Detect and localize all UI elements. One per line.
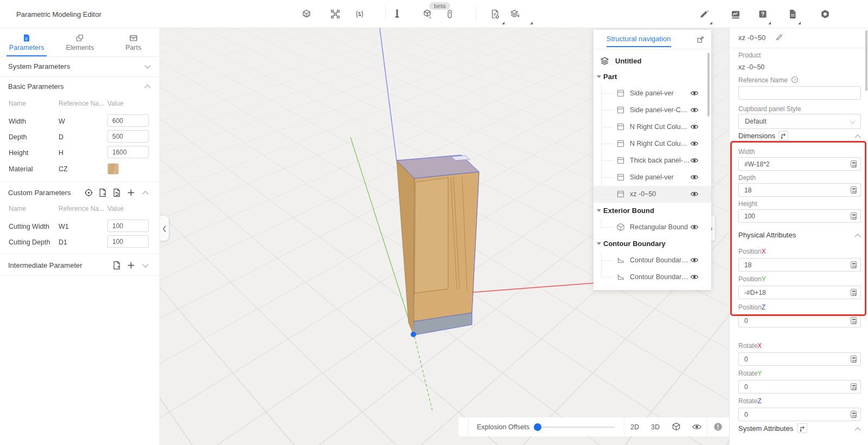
width-value-input[interactable] [107, 114, 149, 127]
column-tool-icon[interactable] [389, 6, 405, 22]
explosion-slider-handle[interactable] [534, 423, 541, 431]
rename-pencil-icon[interactable] [775, 33, 783, 41]
top-bar: Parametric Modeling Editor beta [0, 0, 868, 28]
mode-2d-button[interactable]: 2D [624, 417, 645, 436]
add-parameter-icon[interactable] [126, 261, 136, 270]
formula-calculator-icon[interactable] [851, 411, 857, 418]
visibility-eye-icon[interactable] [690, 89, 699, 98]
visibility-eye-icon[interactable] [690, 223, 699, 231]
rotate-y-input[interactable] [739, 380, 847, 393]
tree-item[interactable]: N Right Cut Column Top... [593, 119, 711, 136]
mode-3d-button[interactable]: 3D [645, 417, 666, 436]
visibility-eye-icon[interactable] [686, 417, 707, 436]
position-y-input[interactable] [739, 286, 847, 299]
height-value-input[interactable] [107, 146, 149, 158]
rotate-z-input[interactable] [739, 408, 847, 421]
position-x-input[interactable] [739, 259, 847, 271]
tree-item[interactable]: Thick back panel-18mm [593, 152, 711, 169]
layers-material-icon[interactable] [507, 6, 523, 22]
formula-calculator-icon[interactable] [851, 289, 857, 296]
linked-path-icon[interactable] [797, 423, 807, 433]
monitor-chart-icon[interactable] [727, 6, 744, 22]
collapse-left-panel-handle[interactable]: ❮ [160, 216, 169, 241]
settings-nut-icon[interactable] [817, 6, 833, 22]
scrollbar-thumb[interactable] [865, 30, 867, 91]
expand-panel-icon[interactable] [697, 36, 704, 43]
dim-width-input[interactable] [739, 158, 847, 170]
tree-root-row[interactable]: Untitled [593, 53, 711, 69]
visibility-eye-icon[interactable] [690, 190, 699, 198]
cube-view-icon[interactable] [666, 417, 686, 436]
tree-item[interactable]: Side panel-ver-Copy [593, 102, 711, 119]
intermediate-parameter-header[interactable]: Intermediate Parameter [0, 256, 160, 275]
param-ref: W1 [59, 223, 69, 230]
sync-parameter-icon[interactable] [112, 188, 122, 197]
formula-calculator-icon[interactable] [851, 317, 857, 324]
import-parameter-icon[interactable] [98, 188, 107, 197]
chevron-up-icon[interactable] [854, 234, 860, 240]
tree-item[interactable]: N Right Cut Column Top... [593, 136, 711, 152]
cutting-width-input[interactable] [107, 220, 149, 232]
document-icon[interactable] [784, 6, 801, 22]
basic-parameters-header[interactable]: Basic Parameters [0, 77, 160, 96]
visibility-eye-icon[interactable] [690, 106, 699, 114]
formula-calculator-icon[interactable] [851, 383, 857, 390]
reference-name-input[interactable] [739, 87, 858, 99]
tree-item[interactable]: Rectangular Bound [593, 219, 711, 236]
tab-parts[interactable]: Parts [107, 28, 160, 56]
tab-elements[interactable]: Elements [53, 28, 106, 56]
formula-calculator-icon[interactable] [851, 160, 857, 167]
structural-navigation-title[interactable]: Structural navigation [607, 35, 671, 47]
tree-item[interactable]: Contour Boundary-1 [593, 252, 711, 269]
cutting-depth-input[interactable] [107, 235, 149, 248]
rotate-x-input[interactable] [739, 353, 847, 365]
import-parameter-icon[interactable] [112, 261, 122, 270]
linked-path-icon[interactable] [778, 131, 788, 140]
formula-calculator-icon[interactable] [851, 261, 857, 268]
add-parameter-icon[interactable] [126, 188, 136, 197]
formula-calculator-icon[interactable] [851, 356, 857, 363]
tab-parts-label: Parts [125, 44, 141, 51]
param-ref: H [59, 149, 63, 157]
visibility-eye-icon[interactable] [690, 256, 699, 265]
visibility-eye-icon[interactable] [690, 273, 699, 281]
tree-group-exterior-bound[interactable]: Exterior Bound [593, 203, 711, 219]
help-icon[interactable] [755, 6, 771, 22]
scrollbar-thumb[interactable] [707, 53, 710, 117]
visibility-eye-icon[interactable] [690, 122, 699, 131]
chevron-up-icon[interactable] [854, 134, 860, 140]
tree-item-selected[interactable]: xz -0~50 [593, 186, 711, 203]
dim-depth-input[interactable] [739, 184, 847, 196]
contour-icon [616, 273, 625, 281]
document-settings-icon[interactable] [487, 6, 503, 22]
node-graph-icon[interactable] [327, 6, 343, 22]
tree-group-sectioning[interactable]: Sectioning [593, 285, 711, 290]
chevron-up-icon[interactable] [854, 427, 860, 433]
tree-item[interactable]: Side panel-ver [593, 85, 711, 102]
tree-group-part[interactable]: Part [593, 69, 711, 85]
tree-item[interactable]: Side panel-ver [593, 169, 711, 186]
dim-height-input[interactable] [739, 210, 847, 222]
visibility-eye-icon[interactable] [690, 173, 699, 182]
formula-calculator-icon[interactable] [851, 212, 857, 220]
viewport-bottom-bar: Explosion Offsets 2D 3D [458, 417, 729, 436]
visibility-eye-icon[interactable] [690, 139, 699, 148]
explosion-slider[interactable] [537, 427, 615, 428]
visibility-eye-icon[interactable] [690, 156, 699, 165]
swap-convert-icon[interactable] [352, 6, 368, 22]
edit-pencil-icon[interactable] [696, 6, 712, 22]
system-parameters-header[interactable]: System Parameters [0, 57, 160, 76]
custom-parameters-header[interactable]: Custom Parameters [0, 183, 160, 203]
cupboard-style-select[interactable]: Default [738, 114, 861, 129]
tab-parameters[interactable]: Parameters [0, 28, 53, 56]
warning-icon[interactable] [707, 417, 728, 436]
question-circle-icon[interactable] [791, 76, 799, 83]
tree-group-contour-boundary[interactable]: Contour Boundary [593, 236, 711, 252]
model-library-icon[interactable] [298, 6, 315, 22]
target-icon[interactable] [84, 188, 93, 197]
tree-item[interactable]: Contour Boundary-2 [593, 269, 711, 286]
formula-calculator-icon[interactable] [851, 186, 857, 194]
depth-value-input[interactable] [107, 130, 149, 143]
material-swatch[interactable] [107, 163, 119, 175]
position-z-input[interactable] [739, 314, 847, 327]
